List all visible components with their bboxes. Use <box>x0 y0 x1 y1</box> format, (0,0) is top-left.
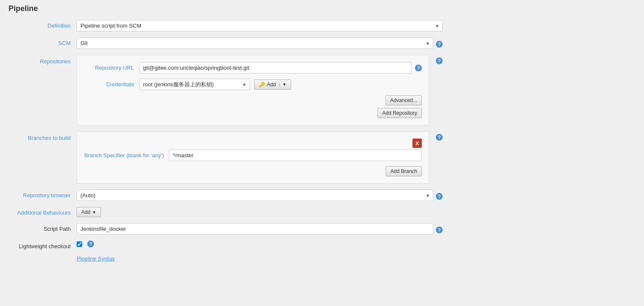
branches-control: X Branch Specifier (blank for 'any') Add… <box>77 131 443 184</box>
credentials-row: Credentials root (jenkins服务器上的私钥) 🔑 Add … <box>84 79 422 90</box>
repo-browser-row: Repository browser (Auto) ? <box>9 190 635 201</box>
delete-branch-button[interactable]: X <box>412 139 422 148</box>
branches-help-icon[interactable]: ? <box>436 134 443 141</box>
repo-browser-label: Repository browser <box>9 190 77 198</box>
lightweight-checkout-help-icon[interactable]: ? <box>87 241 94 247</box>
lightweight-checkout-control: ? <box>77 241 443 247</box>
lightweight-checkout-checkbox[interactable] <box>77 241 82 247</box>
definition-control: Pipeline script from SCM <box>77 20 443 31</box>
additional-dropdown-arrow: ▼ <box>92 210 96 215</box>
repo-url-row: Repository URL ? <box>84 62 422 74</box>
credentials-label: Credentials <box>84 81 139 88</box>
scm-control: Git ? <box>77 37 443 49</box>
definition-label: Definition <box>9 20 77 29</box>
repositories-control: Repository URL ? Credentials root (jen <box>77 55 443 125</box>
branches-row: Branches to build X Branch Specifier (bl… <box>9 131 635 184</box>
repo-browser-control: (Auto) ? <box>77 190 443 201</box>
branches-label: Branches to build <box>9 131 77 141</box>
add-credentials-label: Add <box>267 82 276 88</box>
additional-add-label: Add <box>81 209 90 215</box>
pipeline-syntax-row: Pipeline Syntax <box>9 255 635 262</box>
credentials-select[interactable]: root (jenkins服务器上的私钥) <box>139 79 250 90</box>
branches-section: X Branch Specifier (blank for 'any') Add… <box>77 131 429 184</box>
scm-select-wrapper: Git <box>77 37 433 49</box>
lightweight-checkout-row: Lightweight checkout ? <box>9 241 635 249</box>
definition-select[interactable]: Pipeline script from SCM <box>77 20 443 31</box>
key-icon: 🔑 <box>259 82 265 88</box>
script-path-label: Script Path <box>9 223 77 232</box>
branch-specifier-row: Branch Specifier (blank for 'any') <box>84 150 422 161</box>
additional-behaviours-label: Additional Behaviours <box>9 207 77 216</box>
script-path-input[interactable] <box>77 223 433 235</box>
pipeline-syntax-spacer <box>9 255 77 258</box>
repo-url-help-icon[interactable]: ? <box>415 65 422 71</box>
page-title: Pipeline <box>9 4 635 13</box>
add-credentials-dropdown-arrow: ▼ <box>279 82 286 87</box>
advanced-button[interactable]: Advanced... <box>386 95 422 105</box>
definition-row: Definition Pipeline script from SCM <box>9 20 635 31</box>
add-credentials-button[interactable]: 🔑 Add ▼ <box>254 79 291 90</box>
script-path-control: ? <box>77 223 443 235</box>
additional-behaviours-row: Additional Behaviours Add ▼ <box>9 207 635 217</box>
additional-behaviours-add-button[interactable]: Add ▼ <box>77 207 101 217</box>
scm-label: SCM <box>9 37 77 46</box>
scm-select[interactable]: Git <box>77 37 433 49</box>
add-repository-button[interactable]: Add Repository <box>378 108 422 118</box>
pipeline-syntax-link[interactable]: Pipeline Syntax <box>77 255 115 262</box>
repo-browser-select-wrapper: (Auto) <box>77 190 433 201</box>
script-path-help-icon[interactable]: ? <box>436 227 443 233</box>
form-section: Definition Pipeline script from SCM SCM … <box>9 20 635 262</box>
branch-specifier-value <box>169 150 422 161</box>
credentials-value: root (jenkins服务器上的私钥) 🔑 Add ▼ <box>139 79 422 90</box>
repositories-row: Repositories Repository URL ? Credential… <box>9 55 635 125</box>
lightweight-checkout-label: Lightweight checkout <box>9 241 77 249</box>
scm-row: SCM Git ? <box>9 37 635 49</box>
add-branch-button[interactable]: Add Branch <box>386 166 422 176</box>
repo-url-label: Repository URL <box>84 65 139 71</box>
branch-specifier-label: Branch Specifier (blank for 'any') <box>84 152 169 159</box>
repositories-help-icon[interactable]: ? <box>436 57 443 64</box>
advanced-btn-row: Advanced... <box>84 95 422 105</box>
branch-specifier-input[interactable] <box>169 150 422 161</box>
repositories-label: Repositories <box>9 55 77 65</box>
credentials-select-wrapper: root (jenkins服务器上的私钥) <box>139 79 250 90</box>
repo-browser-select[interactable]: (Auto) <box>77 190 433 201</box>
definition-select-wrapper: Pipeline script from SCM <box>77 20 443 31</box>
scm-help-icon[interactable]: ? <box>436 41 443 48</box>
add-branch-row: Add Branch <box>84 166 422 176</box>
repo-browser-help-icon[interactable]: ? <box>436 193 443 200</box>
repo-url-value <box>139 62 412 74</box>
repo-url-input[interactable] <box>139 62 412 74</box>
script-path-row: Script Path ? <box>9 223 635 235</box>
additional-behaviours-control: Add ▼ <box>77 207 443 217</box>
pipeline-syntax-control: Pipeline Syntax <box>77 255 443 262</box>
add-repo-btn-row: Add Repository <box>84 108 422 118</box>
page-container: Pipeline Definition Pipeline script from… <box>0 0 644 306</box>
repositories-section: Repository URL ? Credentials root (jen <box>77 55 429 125</box>
branches-header-row: X <box>84 139 422 148</box>
